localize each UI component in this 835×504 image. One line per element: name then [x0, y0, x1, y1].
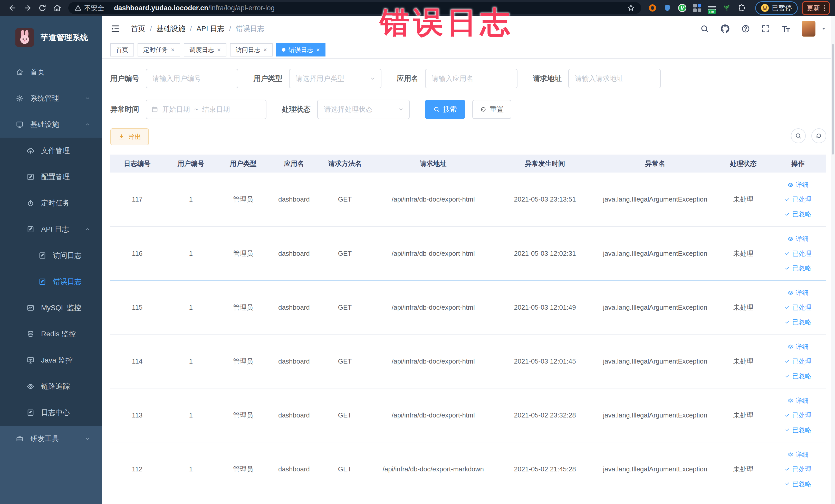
cell-time: 2021-05-02 21:45:28 — [496, 442, 593, 496]
sidebar-item-API 日志[interactable]: API 日志 — [0, 216, 102, 242]
ignored-link[interactable]: 已忽略 — [770, 261, 826, 276]
app-logo-row[interactable]: 芋道管理系统 — [0, 16, 102, 59]
ignored-link[interactable]: 已忽略 — [770, 477, 826, 491]
extension-v-icon[interactable]: V — [678, 3, 687, 13]
breadcrumb-item[interactable]: API 日志 — [197, 24, 225, 34]
tab-close-icon[interactable]: × — [171, 47, 175, 53]
cell-url: /api/infra/db-doc/export-html — [370, 226, 496, 280]
processed-link[interactable]: 已处理 — [770, 462, 826, 477]
tab-label: 定时任务 — [143, 46, 168, 54]
cell-method: GET — [319, 442, 370, 496]
export-button[interactable]: 导出 — [110, 128, 149, 145]
monitor-icon — [16, 121, 24, 128]
browser-home-icon[interactable] — [53, 4, 62, 12]
help-icon[interactable] — [741, 24, 750, 33]
app-name-input[interactable] — [425, 69, 517, 88]
detail-link[interactable]: 详细 — [770, 177, 826, 192]
github-icon — [720, 24, 730, 34]
sidebar-item-日志中心[interactable]: 日志中心 — [0, 400, 102, 426]
ignored-link[interactable]: 已忽略 — [770, 207, 826, 221]
scrollbar-thumb[interactable] — [832, 44, 834, 155]
search-icon[interactable] — [700, 24, 709, 33]
sidebar-item-研发工具[interactable]: 研发工具 — [0, 426, 102, 452]
extensions-puzzle-icon[interactable] — [737, 3, 747, 13]
sidebar-item-首页[interactable]: 首页 — [0, 59, 102, 85]
detail-link[interactable]: 详细 — [770, 394, 826, 408]
sidebar-item-label: MySQL 监控 — [41, 303, 102, 313]
tab-访问日志[interactable]: 访问日志× — [230, 43, 272, 57]
address-bar[interactable]: 不安全 dashboard.yudao.iocoder.cn /infra/lo… — [68, 2, 641, 14]
sidebar-item-基础设施[interactable]: 基础设施 — [0, 112, 102, 138]
toggle-search-button[interactable] — [791, 128, 806, 143]
processed-link[interactable]: 已处理 — [770, 354, 826, 369]
timer-icon — [27, 199, 34, 207]
sidebar-item-label: 研发工具 — [30, 434, 78, 444]
tab-错误日志[interactable]: 错误日志× — [276, 43, 325, 57]
ignored-link[interactable]: 已忽略 — [770, 423, 826, 437]
extension-ring-icon[interactable] — [648, 3, 657, 13]
extension-grid-icon[interactable] — [693, 3, 702, 13]
browser-back-icon[interactable] — [8, 4, 17, 12]
search-button[interactable]: 搜索 — [425, 100, 465, 119]
chevron-up-icon — [85, 122, 90, 127]
browser-menu-icon[interactable] — [824, 5, 825, 11]
fullscreen-icon[interactable] — [761, 24, 770, 33]
user-id-input[interactable] — [146, 69, 238, 88]
ignored-link[interactable]: 已忽略 — [770, 315, 826, 329]
sidebar-item-文件管理[interactable]: 文件管理 — [0, 138, 102, 164]
breadcrumb-item[interactable]: 基础设施 — [157, 24, 185, 34]
check-icon — [785, 358, 790, 364]
sidebar-item-系统管理[interactable]: 系统管理 — [0, 85, 102, 112]
detail-link[interactable]: 详细 — [770, 339, 826, 354]
detail-link[interactable]: 详细 — [770, 447, 826, 462]
reset-button[interactable]: 重置 — [472, 100, 511, 119]
paused-badge[interactable]: 已暂停 — [755, 1, 798, 15]
extension-leaf-icon[interactable] — [722, 3, 732, 13]
sidebar-item-label: 配置管理 — [41, 172, 102, 182]
user-menu-caret-icon[interactable] — [821, 26, 826, 31]
refresh-table-button[interactable] — [811, 128, 826, 143]
tab-close-icon[interactable]: × — [217, 47, 221, 53]
browser-reload-icon[interactable] — [38, 4, 47, 12]
date-range-picker[interactable]: 开始日期 ~ 结束日期 — [146, 100, 266, 119]
sidebar-toggle-icon[interactable] — [110, 24, 120, 34]
ignored-link[interactable]: 已忽略 — [770, 369, 826, 383]
sidebar-item-Redis 监控[interactable]: Redis 监控 — [0, 321, 102, 347]
sidebar-item-定时任务[interactable]: 定时任务 — [0, 190, 102, 216]
sidebar-item-错误日志[interactable]: 错误日志 — [0, 268, 102, 295]
update-button[interactable]: 更新 — [802, 1, 830, 15]
check-icon — [785, 197, 790, 202]
request-url-input[interactable] — [568, 69, 661, 88]
extension-on-icon[interactable]: on — [708, 3, 717, 13]
font-size-icon[interactable] — [781, 24, 791, 34]
breadcrumb-item[interactable]: 首页 — [131, 24, 145, 34]
browser-forward-icon[interactable] — [23, 4, 32, 12]
window-scrollbar[interactable] — [831, 16, 835, 504]
detail-link[interactable]: 详细 — [770, 285, 826, 300]
processed-link[interactable]: 已处理 — [770, 300, 826, 315]
cell-app: dashboard — [268, 334, 319, 388]
cell-id: 115 — [110, 280, 164, 334]
processed-link[interactable]: 已处理 — [770, 246, 826, 261]
user-type-select[interactable]: 请选择用户类型 — [289, 69, 382, 88]
github-icon[interactable] — [720, 24, 730, 34]
sidebar-item-MySQL 监控[interactable]: MySQL 监控 — [0, 295, 102, 321]
tab-close-icon[interactable]: × — [316, 47, 320, 53]
sidebar-item-Java 监控[interactable]: Java 监控 — [0, 347, 102, 373]
extension-shield-icon[interactable] — [663, 3, 672, 13]
tab-定时任务[interactable]: 定时任务× — [138, 43, 180, 57]
tab-close-icon[interactable]: × — [263, 47, 267, 53]
avatar[interactable] — [802, 21, 815, 37]
sidebar-item-链路追踪[interactable]: 链路追踪 — [0, 373, 102, 400]
processed-link[interactable]: 已处理 — [770, 408, 826, 423]
tab-调度日志[interactable]: 调度日志× — [184, 43, 226, 57]
processed-link[interactable]: 已处理 — [770, 192, 826, 207]
tab-首页[interactable]: 首页 — [110, 43, 134, 57]
bookmark-star-icon[interactable] — [627, 4, 635, 12]
chevron-down-icon — [398, 106, 404, 113]
detail-label: 详细 — [796, 397, 809, 405]
sidebar-item-访问日志[interactable]: 访问日志 — [0, 242, 102, 268]
process-status-select[interactable]: 请选择处理状态 — [317, 100, 410, 119]
detail-link[interactable]: 详细 — [770, 231, 826, 246]
sidebar-item-配置管理[interactable]: 配置管理 — [0, 164, 102, 190]
